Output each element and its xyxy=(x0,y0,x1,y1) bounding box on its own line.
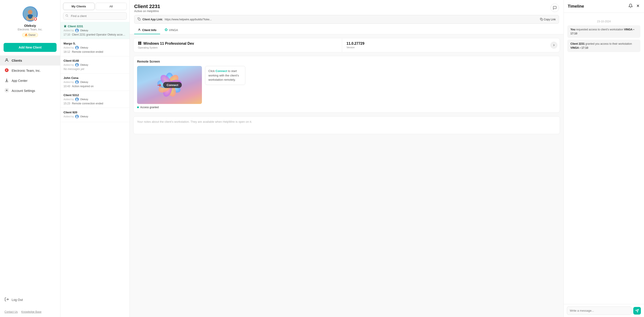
remote-screen-content: ➜ Connect Access granted Click Connect t… xyxy=(137,66,556,109)
close-icon[interactable] xyxy=(636,4,640,9)
client-tabs: Client Info VINGA xyxy=(134,26,559,34)
tab-client-info[interactable]: Client Info xyxy=(134,26,160,34)
sidebar-footer: Log Out xyxy=(0,291,60,308)
os-info-os: Windows 11 Professional Dev Operating Sy… xyxy=(134,38,342,52)
client-header: Client 2231 Active on HelpWire Client Ap… xyxy=(130,0,564,34)
tab-my-clients[interactable]: My Clients xyxy=(63,3,94,10)
tab-all[interactable]: All xyxy=(96,3,127,10)
user-profile: Oleksiy Electronic Team, Inc. 🔥 Owner xyxy=(0,0,60,41)
connect-button[interactable]: Connect xyxy=(163,82,182,88)
timeline-footer xyxy=(564,304,644,317)
arrow-icon: ➜ xyxy=(157,82,161,88)
timeline-date: 23-10-2024 xyxy=(567,20,640,23)
client-list-tabs: My Clients All xyxy=(60,0,130,10)
logout-icon xyxy=(4,297,9,302)
svg-point-11 xyxy=(76,31,78,32)
user-name: Oleksiy xyxy=(24,24,36,28)
client-title: Client 2231 xyxy=(134,4,160,10)
svg-point-9 xyxy=(66,14,68,16)
connect-overlay: ➜ Connect xyxy=(157,82,182,88)
role-badge: 🔥 Owner xyxy=(22,33,38,37)
list-item[interactable]: Client 5312 Added by Oleksiy 15:23 Remot… xyxy=(60,91,130,108)
svg-point-21 xyxy=(76,117,78,118)
svg-point-3 xyxy=(28,10,32,14)
download-icon xyxy=(4,78,9,83)
logout-button[interactable]: Log Out xyxy=(4,295,56,304)
svg-point-14 xyxy=(76,64,78,65)
add-new-client-button[interactable]: Add New Client xyxy=(4,43,56,52)
app-link-url: https://www.helpwire.app/builds/?toke... xyxy=(165,18,538,21)
chat-button[interactable] xyxy=(550,4,559,12)
svg-point-5 xyxy=(6,58,8,60)
online-badge xyxy=(33,17,37,21)
svg-point-24 xyxy=(139,28,140,30)
svg-point-16 xyxy=(76,81,78,82)
operator-avatar xyxy=(75,115,79,118)
svg-point-8 xyxy=(6,90,8,91)
svg-point-20 xyxy=(76,116,78,117)
svg-rect-28 xyxy=(140,42,141,43)
client-list: 🖥 Client 2231 Added by Oleksiy 17:10 Cli… xyxy=(60,22,130,317)
access-status: Access granted xyxy=(137,106,202,109)
send-button[interactable] xyxy=(633,307,641,314)
svg-rect-29 xyxy=(138,43,140,45)
list-item[interactable]: John Cena Added by Oleksiy 10:43 Action … xyxy=(60,74,130,91)
operator-avatar xyxy=(75,80,79,84)
sidebar-item-label: Electronic Team, Inc. xyxy=(12,69,41,72)
user-company: Electronic Team, Inc. xyxy=(18,28,42,31)
operator-avatar xyxy=(75,28,79,32)
copy-link-button[interactable]: Copy Link xyxy=(540,18,556,21)
svg-point-17 xyxy=(76,82,78,84)
monitor-icon: 🖥 xyxy=(64,24,66,28)
os-info-bar: Windows 11 Professional Dev Operating Sy… xyxy=(133,38,560,52)
windows-logo-icon xyxy=(138,41,142,46)
list-item[interactable]: Client 8148 Added by Oleksiy No messages… xyxy=(60,56,130,74)
svg-point-13 xyxy=(76,48,78,49)
list-item[interactable]: Client 920 Added by Oleksiy xyxy=(60,108,130,122)
gear-icon xyxy=(4,88,9,93)
os-chevron-button[interactable] xyxy=(550,42,558,49)
circle-e-icon: E xyxy=(4,68,9,73)
os-info-version: 11.0.27729 Version xyxy=(342,38,550,52)
timeline-body: 23-10-2024 You requested access to clien… xyxy=(564,13,644,304)
sidebar-item-label: Account Settings xyxy=(12,89,35,92)
screen-preview: ➜ Connect xyxy=(137,66,202,104)
svg-point-18 xyxy=(76,98,78,100)
svg-rect-23 xyxy=(541,19,543,20)
sidebar-item-account-settings[interactable]: Account Settings xyxy=(0,86,60,96)
logout-label: Log Out xyxy=(12,298,23,302)
list-item[interactable]: 🖥 Client 2231 Added by Oleksiy 17:10 Cli… xyxy=(60,22,130,39)
sidebar-item-app-center[interactable]: App Center xyxy=(0,76,60,86)
tab-vinga[interactable]: VINGA xyxy=(161,26,182,34)
teal-dot-icon xyxy=(164,28,168,32)
message-input[interactable] xyxy=(567,306,632,315)
sidebar-item-electronic-team[interactable]: E Electronic Team, Inc. xyxy=(0,66,60,76)
knowledge-base-link[interactable]: Knowledge Base xyxy=(21,310,41,314)
main-content: Client 2231 Active on HelpWire Client Ap… xyxy=(130,0,564,317)
svg-rect-30 xyxy=(140,43,141,45)
svg-rect-22 xyxy=(139,18,140,20)
notes-area[interactable]: Your notes about the client's workstatio… xyxy=(133,116,560,134)
sidebar-item-label: App Center xyxy=(12,79,28,82)
connect-link[interactable]: Connect xyxy=(216,69,227,73)
remote-screen-section: Remote Screen xyxy=(133,56,560,113)
svg-point-4 xyxy=(34,18,36,20)
sidebar-item-clients[interactable]: Clients xyxy=(0,56,60,66)
svg-point-26 xyxy=(166,29,167,30)
timeline-event: Client 2231 granted you access to their … xyxy=(567,40,640,52)
remote-screen-title: Remote Screen xyxy=(137,60,556,63)
search-input[interactable] xyxy=(63,12,127,20)
operator-avatar xyxy=(75,46,79,50)
list-item[interactable]: Margo S. Added by Oleksiy 18:12 Remote c… xyxy=(60,39,130,56)
contact-us-link[interactable]: Contact Us xyxy=(4,310,18,314)
client-status: Active on HelpWire xyxy=(134,10,160,13)
copy-icon xyxy=(138,18,141,21)
operator-avatar xyxy=(75,98,79,101)
search-wrap xyxy=(60,10,130,22)
notification-icon[interactable] xyxy=(628,4,633,9)
svg-point-12 xyxy=(76,47,78,48)
person-icon xyxy=(4,58,9,63)
timeline-panel: Timeline 23-10-2024 You requested access… xyxy=(564,0,644,317)
sidebar: Oleksiy Electronic Team, Inc. 🔥 Owner Ad… xyxy=(0,0,60,317)
svg-point-10 xyxy=(76,30,78,31)
